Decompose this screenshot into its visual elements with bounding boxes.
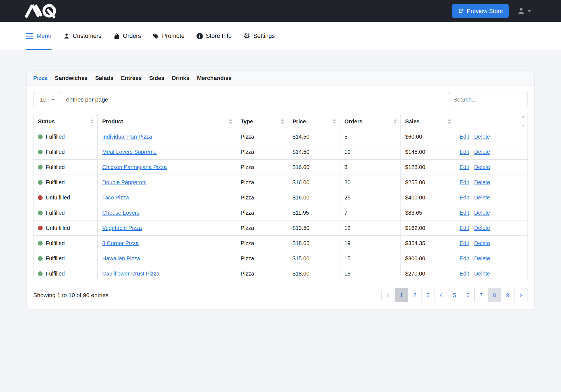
- nav-item-settings[interactable]: ⚙ Settings: [244, 22, 275, 50]
- sort-icon: [229, 119, 232, 124]
- entries-per-page-select[interactable]: 10: [33, 92, 62, 107]
- edit-link[interactable]: Edit: [459, 194, 469, 201]
- delete-link[interactable]: Delete: [474, 134, 490, 140]
- actions-cell: EditDelete: [455, 251, 528, 266]
- tab-sides[interactable]: Sides: [149, 75, 164, 81]
- orders-cell: 19: [340, 236, 401, 251]
- product-link[interactable]: Meat Lovers Supreme: [102, 149, 157, 155]
- table-row: Fulfilled8 Corner PizzaPizza$18.6519$354…: [33, 236, 528, 251]
- page-item-1[interactable]: 1: [395, 288, 408, 302]
- col-header-product[interactable]: Product: [98, 114, 236, 129]
- nav-label: Promote: [162, 33, 184, 40]
- status-label: Fulfilled: [46, 149, 65, 155]
- page-item-3[interactable]: 3: [421, 288, 435, 302]
- page-item-7[interactable]: 7: [474, 288, 488, 302]
- actions-cell: EditDelete: [455, 144, 528, 160]
- page-item-4[interactable]: 4: [435, 288, 448, 302]
- product-link[interactable]: Vegetable Pizza: [102, 225, 142, 231]
- fulfilled-dot: [38, 134, 43, 139]
- status-cell: Unfulfilled: [33, 220, 98, 236]
- nav-item-promote[interactable]: Promote: [153, 22, 184, 50]
- table-header-row: StatusProductTypePriceOrdersSales: [33, 114, 528, 129]
- nav-item-customers[interactable]: Customers: [63, 22, 102, 50]
- delete-link[interactable]: Delete: [474, 255, 490, 261]
- price-cell: $18.65: [288, 236, 340, 251]
- page-item-9[interactable]: 9: [501, 288, 515, 302]
- delete-link[interactable]: Delete: [474, 194, 490, 201]
- orders-cell: 20: [340, 175, 401, 190]
- fulfilled-dot: [38, 211, 43, 215]
- delete-link[interactable]: Delete: [474, 271, 490, 277]
- type-cell: Pizza: [236, 251, 288, 266]
- orders-cell: 12: [340, 220, 401, 236]
- brand-logo-icon: [24, 4, 58, 19]
- edit-link[interactable]: Edit: [459, 225, 469, 231]
- status-cell: Fulfilled: [33, 236, 98, 251]
- delete-link[interactable]: Delete: [474, 225, 490, 231]
- delete-link[interactable]: Delete: [474, 240, 490, 246]
- edit-link[interactable]: Edit: [459, 240, 469, 246]
- tab-drinks[interactable]: Drinks: [172, 75, 190, 81]
- edit-link[interactable]: Edit: [459, 179, 469, 185]
- delete-link[interactable]: Delete: [474, 210, 490, 216]
- brand-logo[interactable]: [24, 4, 58, 19]
- product-cell: Chicken Parmigiana Pizza: [98, 160, 236, 175]
- product-link[interactable]: Cheese Lovers: [102, 210, 139, 216]
- product-link[interactable]: 8 Corner Pizza: [102, 240, 139, 246]
- tab-sandwiches[interactable]: Sandwiches: [55, 75, 88, 81]
- edit-link[interactable]: Edit: [459, 210, 469, 216]
- products-table: StatusProductTypePriceOrdersSales Fulfil…: [33, 114, 528, 281]
- fulfilled-dot: [38, 271, 43, 276]
- product-link[interactable]: Hawaiian Pizza: [102, 255, 140, 261]
- product-link[interactable]: Cauliflower Crust Pizza: [102, 271, 159, 277]
- nav-item-store-info[interactable]: i Store Info: [197, 22, 232, 50]
- tab-salads[interactable]: Salads: [95, 75, 113, 81]
- col-header-actions[interactable]: [455, 114, 528, 129]
- product-link[interactable]: Taco Pizza: [102, 194, 129, 201]
- col-header-type[interactable]: Type: [236, 114, 288, 129]
- delete-link[interactable]: Delete: [474, 164, 490, 170]
- edit-link[interactable]: Edit: [459, 134, 469, 140]
- product-link[interactable]: Individual Pan Pizza: [102, 134, 152, 140]
- col-header-status[interactable]: Status: [33, 114, 98, 129]
- tab-pizza[interactable]: Pizza: [33, 75, 47, 81]
- price-cell: $16.00: [288, 160, 340, 175]
- search-input[interactable]: [448, 92, 528, 107]
- nav-item-menu[interactable]: Menu: [26, 22, 51, 50]
- page-item-5[interactable]: 5: [448, 288, 461, 302]
- table-row: FulfilledChicken Parmigiana PizzaPizza$1…: [33, 160, 528, 175]
- user-menu[interactable]: [517, 7, 531, 15]
- delete-link[interactable]: Delete: [474, 149, 490, 155]
- preview-store-button[interactable]: Preview Store: [452, 4, 509, 18]
- table-summary: Showing 1 to 10 of 90 entries: [33, 292, 108, 298]
- sales-cell: $60.00: [400, 129, 455, 144]
- edit-link[interactable]: Edit: [459, 271, 469, 277]
- page-item-6[interactable]: 6: [461, 288, 475, 302]
- type-cell: Pizza: [236, 236, 288, 251]
- sales-cell: $255.00: [400, 175, 455, 190]
- edit-link[interactable]: Edit: [459, 164, 469, 170]
- page-next[interactable]: ›: [514, 288, 528, 302]
- tab-entrees[interactable]: Entrees: [121, 75, 142, 81]
- price-cell: $16.00: [288, 190, 340, 205]
- hamburger-icon: [26, 33, 33, 39]
- col-header-price[interactable]: Price: [288, 114, 340, 129]
- col-header-orders[interactable]: Orders: [340, 114, 401, 129]
- delete-link[interactable]: Delete: [474, 179, 490, 185]
- topbar-right: Preview Store: [452, 4, 531, 18]
- sort-icon: [333, 119, 336, 124]
- bag-icon: [113, 33, 120, 39]
- col-header-sales[interactable]: Sales: [400, 114, 455, 129]
- product-link[interactable]: Chicken Parmigiana Pizza: [102, 164, 167, 170]
- sort-icon: [394, 119, 397, 124]
- edit-link[interactable]: Edit: [459, 255, 469, 261]
- product-link[interactable]: Double Pepperoni: [102, 179, 146, 185]
- nav-item-orders[interactable]: Orders: [113, 22, 141, 50]
- page-item-8[interactable]: 8: [488, 288, 501, 302]
- edit-link[interactable]: Edit: [459, 149, 469, 155]
- type-cell: Pizza: [236, 129, 288, 144]
- page-prev[interactable]: ‹: [381, 288, 395, 302]
- page-item-2[interactable]: 2: [408, 288, 422, 302]
- tab-merchandise[interactable]: Merchandise: [197, 75, 232, 81]
- orders-cell: 5: [340, 129, 401, 144]
